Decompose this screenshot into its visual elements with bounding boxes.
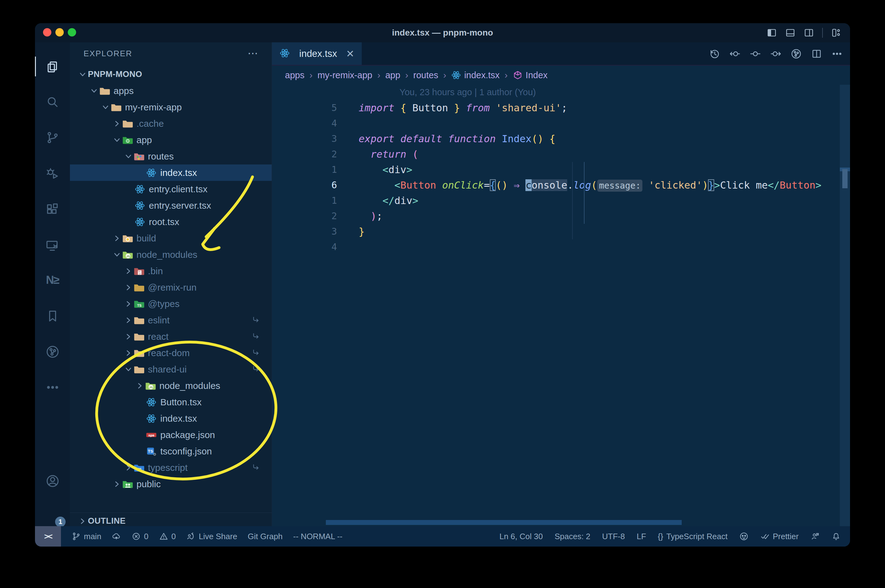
code-line[interactable]: 4 [272,239,840,255]
status-feedback[interactable] [810,532,820,541]
status-language-mode[interactable]: {}TypeScript React [658,532,727,542]
status-eol[interactable]: LF [637,532,646,542]
files-icon [45,59,60,74]
tree-root-pnpm-mono[interactable]: PNPM-MONO [70,66,272,82]
status-indentation[interactable]: Spaces: 2 [554,532,590,542]
tree-item-shared-ui[interactable]: shared-ui [70,361,272,378]
breadcrumb-separator: › [505,70,508,80]
toggle-panel-icon[interactable] [785,27,796,38]
tree-item-package-json[interactable]: npmpackage.json [70,427,272,443]
next-change-icon[interactable] [770,48,781,59]
breadcrumb-item-index-tsx[interactable]: index.tsx [451,70,500,80]
status-git-graph[interactable]: Git Graph [248,532,283,542]
tree-item-entry-client-tsx[interactable]: entry.client.tsx [70,181,272,197]
tree-item-button-tsx[interactable]: Button.tsx [70,394,272,410]
git-graph-icon[interactable] [791,48,802,59]
tree-item-entry-server-tsx[interactable]: entry.server.tsx [70,197,272,214]
more-actions-icon[interactable] [831,48,843,59]
code-token: onClick [442,179,484,191]
tree-item-public[interactable]: public [70,476,272,492]
tree-item-routes[interactable]: routes [70,148,272,165]
tree-item-apps[interactable]: apps [70,82,272,99]
activity-source-control-icon[interactable] [35,125,70,150]
status-warnings[interactable]: 0 [159,532,176,542]
history-icon[interactable] [709,48,720,59]
folder-gold-icon [134,282,144,293]
status-encoding[interactable]: UTF-8 [602,532,625,542]
activity-git-graph-icon[interactable] [35,339,70,364]
status-live-share[interactable]: Live Share [186,532,237,542]
status-git-branch[interactable]: main [71,532,101,542]
activity-explorer-icon[interactable] [35,54,70,79]
activity-run-and-debug-icon[interactable] [35,161,70,186]
tree-item-tsconfig-json[interactable]: TS⚙tsconfig.json [70,443,272,459]
react-icon [146,397,157,408]
tree-item-react[interactable]: react [70,328,272,345]
sidebar-more-actions[interactable]: ⋯ [248,42,258,65]
code-line[interactable]: 3export default function Index() { [272,131,840,147]
tree-item-label: node_modules [160,381,220,391]
line-content: </div> [359,193,418,208]
tree-item-label: @remix-run [148,282,197,293]
toggle-sidebar-icon[interactable] [766,27,777,38]
tree-item-app[interactable]: ⚙app [70,132,272,148]
tree-item-typescript[interactable]: TStypescript [70,459,272,476]
change-icon[interactable] [750,48,761,59]
code-line[interactable]: 2 ); [272,208,840,224]
code-token [460,102,466,114]
breadcrumb-item-app[interactable]: app [385,70,400,80]
tree-item-index-tsx[interactable]: index.tsx [70,410,272,427]
activity-nx-console-icon[interactable]: N≥ [35,268,70,292]
tree-item-root-tsx[interactable]: root.tsx [70,214,272,230]
tree-item-node-modules[interactable]: JSnode_modules [70,378,272,394]
tree-item--remix-run[interactable]: @remix-run [70,279,272,296]
code-line[interactable]: 6 <Button onClick={() ⇒ console.log(mess… [272,177,840,193]
prev-change-icon[interactable] [729,48,741,59]
code-area[interactable]: You, 23 hours ago | 1 author (You) 5impo… [272,85,840,526]
status-prettier[interactable]: Prettier [760,532,799,542]
scrollbar-thumb[interactable] [842,169,847,188]
horizontal-scrollbar[interactable] [326,520,682,525]
split-editor-icon[interactable] [811,48,822,59]
activity-search-icon[interactable] [35,90,70,114]
status-notifications[interactable] [831,532,841,541]
activity-accounts-icon[interactable] [35,469,70,494]
code-line[interactable]: 1 </div> [272,193,840,208]
tree-item-index-tsx[interactable]: index.tsx [70,165,272,181]
tree-item-my-remix-app[interactable]: my-remix-app [70,99,272,115]
tree-item-node-modules[interactable]: JSnode_modules [70,246,272,263]
activity-bookmarks-icon[interactable] [35,304,70,328]
breadcrumb-item-apps[interactable]: apps [285,70,304,80]
tree-item-eslint[interactable]: eslint [70,312,272,328]
status-publish-changes[interactable] [112,532,121,541]
code-token: > [714,179,720,191]
tree-item--bin[interactable]: 0110.bin [70,263,272,279]
activity-extensions-icon[interactable] [35,197,70,222]
activity-additional-views-icon[interactable] [35,375,70,400]
status-errors[interactable]: 0 [131,532,148,542]
status-label: LF [637,532,646,542]
tree-item-react-dom[interactable]: react-dom [70,345,272,361]
breadcrumb-item-index[interactable]: Index [513,70,548,80]
status-vim-mode[interactable]: -- NORMAL -- [293,532,342,542]
status-remote-indicator[interactable]: >< [35,526,61,547]
tree-item-build[interactable]: build [70,230,272,246]
code-line[interactable]: 3} [272,224,840,239]
tree-item--types[interactable]: TS@types [70,296,272,312]
code-line[interactable]: 5import { Button } from 'shared-ui'; [272,100,840,116]
status-cursor-position[interactable]: Ln 6, Col 30 [500,532,543,542]
code-line[interactable]: 2 return ( [272,147,840,162]
tab-index-tsx[interactable]: index.tsx ✕ [272,42,362,65]
activity-settings-icon[interactable]: 1 [35,504,70,529]
customize-layout-icon[interactable] [831,27,841,38]
toggle-secondary-sidebar-icon[interactable] [804,27,814,38]
activity-remote-explorer-icon[interactable] [35,233,70,258]
breadcrumb-item-my-remix-app[interactable]: my-remix-app [318,70,372,80]
breadcrumb-item-routes[interactable]: routes [413,70,438,80]
status-github[interactable] [739,532,748,541]
tree-item--cache[interactable]: .cache [70,115,272,132]
vertical-scrollbar[interactable] [840,85,850,526]
code-line[interactable]: 4 [272,116,840,131]
close-tab-icon[interactable]: ✕ [346,48,354,60]
code-line[interactable]: 1 <div> [272,162,840,177]
